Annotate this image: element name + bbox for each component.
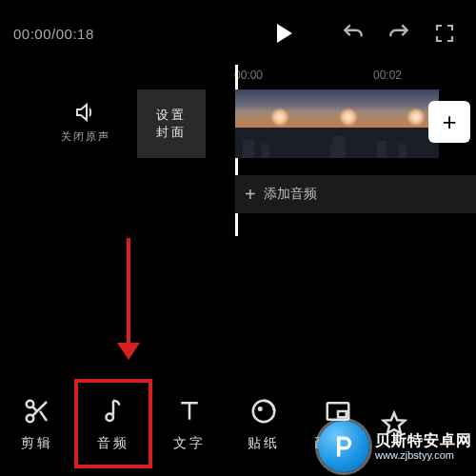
tool-label: 音频 xyxy=(97,435,129,452)
svg-point-2 xyxy=(107,414,114,422)
watermark-url: www.zjbstyy.com xyxy=(375,449,472,461)
play-button[interactable] xyxy=(263,13,303,53)
video-clip[interactable] xyxy=(235,89,304,158)
time-display: 00:00/00:18 xyxy=(13,26,94,42)
sticker-icon xyxy=(249,395,278,427)
set-cover-button[interactable]: 设置 封面 xyxy=(137,89,206,158)
speaker-icon xyxy=(72,101,99,124)
tool-label: 文字 xyxy=(173,435,206,452)
video-track[interactable] xyxy=(235,89,439,158)
watermark: 贝斯特安卓网 www.zjbstyy.com xyxy=(318,421,472,472)
time-ruler: 00:00 00:02 xyxy=(0,67,476,89)
tool-text[interactable]: 文字 xyxy=(152,379,227,468)
ruler-tick: 00:02 xyxy=(373,69,402,82)
tool-cut[interactable]: 剪辑 xyxy=(0,379,74,468)
svg-rect-6 xyxy=(338,411,347,417)
cover-label-line2: 封面 xyxy=(156,124,187,141)
plus-icon: + xyxy=(442,108,456,137)
ruler-tick: 00:00 xyxy=(234,69,263,82)
play-icon xyxy=(277,24,292,43)
video-clip[interactable] xyxy=(304,89,372,158)
tool-sticker[interactable]: 贴纸 xyxy=(227,379,301,468)
tool-label: 剪辑 xyxy=(21,435,53,452)
fullscreen-button[interactable] xyxy=(432,21,457,46)
svg-point-4 xyxy=(259,407,262,410)
mute-label: 关闭原声 xyxy=(59,129,112,144)
add-audio-label: 添加音频 xyxy=(264,186,317,203)
add-audio-track-button[interactable]: + 添加音频 xyxy=(235,175,476,213)
tool-label: 贴纸 xyxy=(248,435,280,452)
music-note-icon xyxy=(99,395,128,427)
mute-original-audio-button[interactable]: 关闭原声 xyxy=(59,101,112,144)
watermark-logo xyxy=(318,421,369,472)
tool-audio[interactable]: 音频 xyxy=(74,379,152,468)
watermark-title: 贝斯特安卓网 xyxy=(375,432,472,449)
text-icon xyxy=(175,395,204,427)
undo-button[interactable] xyxy=(341,21,366,46)
add-clip-button[interactable]: + xyxy=(428,101,470,143)
cover-label-line1: 设置 xyxy=(156,107,187,124)
scissors-icon xyxy=(23,395,51,427)
redo-button[interactable] xyxy=(387,21,411,46)
plus-icon: + xyxy=(245,184,256,206)
